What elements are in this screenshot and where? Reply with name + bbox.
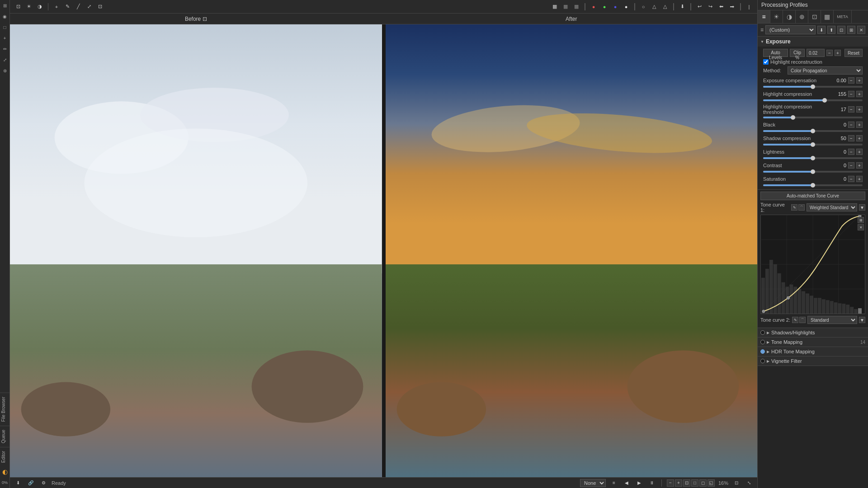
lightness-minus[interactable]: − bbox=[848, 149, 854, 155]
tool-tab-raw[interactable]: ▦ bbox=[821, 10, 834, 23]
highlight-comp-slider[interactable] bbox=[763, 99, 863, 101]
tc1-expand[interactable]: ▼ bbox=[859, 204, 865, 211]
bottom-btn-prev[interactable]: ◀ bbox=[622, 479, 631, 488]
highlight-reconstruction-label[interactable]: Highlight reconstruction bbox=[770, 59, 822, 65]
profile-copy-btn[interactable]: ⊡ bbox=[837, 26, 845, 34]
vignette-radio[interactable] bbox=[760, 359, 765, 363]
tool-tab-exposure[interactable]: ☀ bbox=[770, 10, 783, 23]
sidebar-tab-editor[interactable]: Editor bbox=[0, 447, 9, 466]
tool-tab-meta[interactable]: META bbox=[834, 10, 852, 23]
sidebar-icon-tool[interactable]: ⊛ bbox=[1, 67, 9, 74]
zoom-200-btn[interactable]: ◻ bbox=[699, 479, 707, 487]
toolbar-btn-move[interactable]: ⤢ bbox=[85, 2, 94, 11]
tool-tab-transform[interactable]: ⊡ bbox=[808, 10, 821, 23]
method-select[interactable]: Color Propagation bbox=[788, 66, 863, 75]
saturation-slider[interactable] bbox=[763, 184, 863, 186]
hdr-tone-mapping-radio[interactable] bbox=[760, 349, 765, 354]
hl-comp-minus[interactable]: − bbox=[848, 91, 854, 97]
black-plus[interactable]: + bbox=[856, 122, 863, 128]
sidebar-icon-color-wheel[interactable]: ◐ bbox=[1, 468, 9, 475]
toolbar-btn-monitor2[interactable]: ▦ bbox=[561, 2, 570, 11]
toolbar-btn-blue[interactable]: ● bbox=[611, 2, 620, 11]
toolbar-btn-circle-outline[interactable]: ○ bbox=[639, 2, 648, 11]
tone-mapping-header[interactable]: ▶ Tone Mapping 14 bbox=[758, 338, 868, 347]
bottom-btn-expand[interactable]: ⊡ bbox=[732, 479, 741, 488]
toolbar-btn-forward[interactable]: ⮕ bbox=[727, 2, 736, 11]
zoom-100-btn[interactable]: □ bbox=[691, 479, 698, 487]
sidebar-icon-pencil[interactable]: ✏ bbox=[1, 45, 9, 52]
sidebar-icon-home[interactable]: ⊞ bbox=[1, 2, 9, 9]
shadows-highlights-radio[interactable] bbox=[760, 330, 765, 335]
toolbar-btn-red[interactable]: ● bbox=[589, 2, 598, 11]
toolbar-btn-monitor[interactable]: ▦ bbox=[550, 2, 559, 11]
hdr-tone-mapping-header[interactable]: ▶ HDR Tone Mapping bbox=[758, 347, 868, 356]
toolbar-btn-triangle2[interactable]: △ bbox=[660, 2, 670, 11]
tc2-edit-icon[interactable]: ✎ bbox=[792, 317, 798, 323]
zoom-custom-btn[interactable]: ◱ bbox=[708, 479, 715, 487]
bottom-btn-save[interactable]: ⬇ bbox=[14, 479, 23, 488]
sidebar-tab-file-browser[interactable]: File Browser bbox=[0, 393, 9, 426]
toolbar-btn-pipe[interactable]: | bbox=[745, 2, 754, 11]
reset-btn[interactable]: Reset bbox=[844, 49, 863, 57]
clip-minus-btn[interactable]: − bbox=[826, 50, 833, 56]
tool-tab-list[interactable]: ≡ bbox=[758, 10, 770, 23]
contrast-plus[interactable]: + bbox=[856, 162, 863, 169]
bottom-btn-play[interactable]: ▶ bbox=[635, 479, 644, 488]
toolbar-btn-pencil[interactable]: ✎ bbox=[63, 2, 72, 11]
tc1-curve-icon[interactable]: ⌒ bbox=[798, 204, 805, 211]
shadow-comp-slider[interactable] bbox=[763, 144, 863, 145]
shadow-comp-plus[interactable]: + bbox=[856, 135, 863, 141]
bottom-btn-list[interactable]: ≡ bbox=[609, 479, 618, 488]
tone-mapping-radio[interactable] bbox=[760, 340, 765, 344]
tone-curve-1-select[interactable]: Weighted Standard bbox=[807, 203, 857, 211]
sidebar-icon-plus[interactable]: + bbox=[1, 34, 9, 42]
contrast-slider[interactable] bbox=[763, 171, 863, 173]
toolbar-btn-back[interactable]: ⬅ bbox=[717, 2, 726, 11]
toolbar-btn-undo[interactable]: ↩ bbox=[695, 2, 704, 11]
zoom-out-btn[interactable]: − bbox=[667, 479, 674, 487]
clip-plus-btn[interactable]: + bbox=[835, 50, 841, 56]
tc2-expand[interactable]: ▼ bbox=[859, 317, 865, 323]
tc-side-btn-1[interactable]: ⊞ bbox=[858, 217, 864, 223]
profile-delete-btn[interactable]: ✕ bbox=[857, 26, 865, 34]
sidebar-tab-queue[interactable]: Queue bbox=[0, 426, 9, 447]
toolbar-btn-plus[interactable]: + bbox=[52, 2, 61, 11]
none-select[interactable]: None bbox=[580, 479, 606, 487]
saturation-plus[interactable]: + bbox=[856, 176, 863, 182]
black-slider[interactable] bbox=[763, 130, 863, 132]
tc1-edit-icon[interactable]: ✎ bbox=[791, 204, 797, 211]
toolbar-btn-snap[interactable]: ⊡ bbox=[14, 2, 23, 11]
auto-levels-btn[interactable]: Auto Levels bbox=[763, 49, 788, 57]
bottom-btn-link[interactable]: 🔗 bbox=[26, 479, 35, 488]
auto-matched-tone-btn[interactable]: Auto-matched Tone Curve bbox=[760, 192, 865, 200]
shadows-highlights-header[interactable]: ▶ Shadows/Highlights bbox=[758, 328, 868, 337]
bottom-btn-gear[interactable]: ⚙ bbox=[39, 479, 48, 488]
profile-load-btn[interactable]: ⬆ bbox=[827, 26, 835, 34]
toolbar-btn-sun[interactable]: ☀ bbox=[24, 2, 33, 11]
panel-divider[interactable] bbox=[382, 24, 386, 477]
toolbar-btn-line[interactable]: ╱ bbox=[74, 2, 83, 11]
bottom-btn-fullscreen[interactable]: ⤡ bbox=[745, 479, 754, 488]
sidebar-icon-square[interactable]: □ bbox=[1, 23, 9, 31]
vignette-filter-header[interactable]: ▶ Vignette Filter bbox=[758, 357, 868, 366]
black-minus[interactable]: − bbox=[848, 122, 854, 128]
tc2-curve-icon[interactable]: ⌒ bbox=[799, 317, 806, 323]
lightness-plus[interactable]: + bbox=[856, 149, 863, 155]
after-panel[interactable] bbox=[386, 24, 758, 477]
exp-comp-minus[interactable]: − bbox=[848, 77, 854, 84]
profile-save-btn[interactable]: ⬇ bbox=[817, 26, 826, 34]
hl-thresh-plus[interactable]: + bbox=[856, 106, 863, 113]
tone-curve-2-select[interactable]: Standard bbox=[807, 316, 857, 324]
lightness-slider[interactable] bbox=[763, 157, 863, 159]
clip-value-input[interactable] bbox=[807, 49, 825, 57]
zoom-in-btn[interactable]: + bbox=[675, 479, 682, 487]
exposure-comp-slider[interactable] bbox=[763, 86, 863, 88]
saturation-minus[interactable]: − bbox=[848, 176, 854, 182]
toolbar-btn-moon[interactable]: ◑ bbox=[35, 2, 44, 11]
toolbar-btn-crop[interactable]: ⊡ bbox=[95, 2, 104, 11]
toolbar-btn-green[interactable]: ● bbox=[600, 2, 609, 11]
zoom-fit-btn[interactable]: ⊡ bbox=[683, 479, 690, 487]
sidebar-icon-percent[interactable]: 0% bbox=[1, 479, 9, 486]
hl-thresh-minus[interactable]: − bbox=[848, 106, 854, 113]
hl-comp-plus[interactable]: + bbox=[856, 91, 863, 97]
